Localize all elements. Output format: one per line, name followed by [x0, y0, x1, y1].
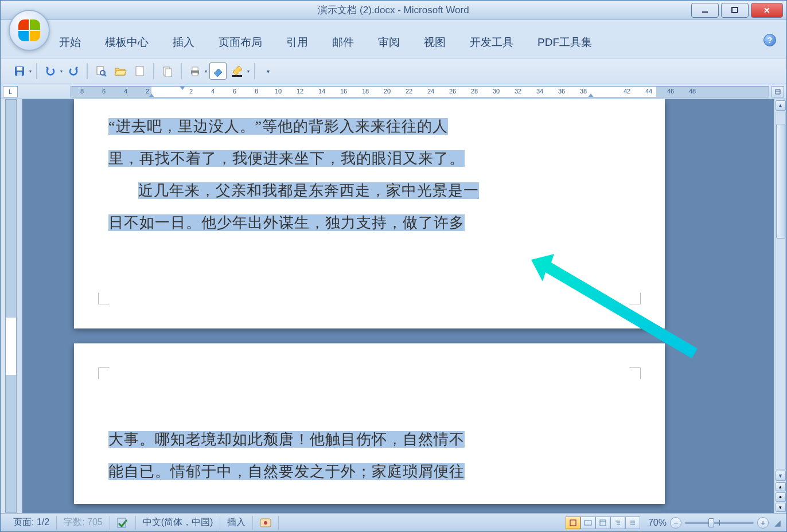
svg-rect-4	[17, 72, 22, 76]
page-icon	[135, 65, 145, 77]
tab-selector[interactable]: L	[3, 86, 18, 97]
office-button[interactable]	[9, 10, 50, 51]
svg-rect-0	[702, 11, 708, 13]
zoom-out-button[interactable]: −	[670, 517, 681, 529]
window-title: 演示文档 (2).docx - Microsoft Word	[318, 3, 469, 17]
selected-text[interactable]: 近几年来，父亲和我都是东奔西走，家中光景是一	[138, 182, 479, 199]
margin-corner-icon	[629, 367, 641, 379]
document-canvas[interactable]: “进去吧，里边没人。”等他的背影入来来往往的人 里，再找不着了，我便进来坐下，我…	[22, 99, 774, 513]
redo-button[interactable]	[65, 62, 82, 80]
tab-template[interactable]: 模板中心	[104, 33, 150, 52]
view-outline[interactable]	[610, 517, 625, 529]
ruler-toggle-button[interactable]	[772, 86, 784, 97]
zoom-level[interactable]: 70%	[648, 518, 667, 528]
close-button[interactable]: ✕	[751, 3, 783, 18]
tab-insert[interactable]: 插入	[172, 33, 196, 52]
print-preview-button[interactable]	[92, 62, 110, 80]
tab-developer[interactable]: 开发工具	[469, 33, 515, 52]
proofing-icon	[117, 518, 128, 528]
save-dropdown[interactable]: ▾	[29, 69, 32, 74]
scroll-thumb[interactable]	[776, 124, 785, 238]
print-dropdown[interactable]: ▾	[205, 69, 207, 74]
highlight-button[interactable]	[229, 62, 246, 80]
selected-text[interactable]: 日不如一日。他少年出外谋生，独力支持，做了许多	[108, 214, 465, 231]
selected-text[interactable]: 里，再找不着了，我便进来坐下，我的眼泪又来了。	[108, 150, 465, 167]
ruler-toggle-icon	[774, 88, 781, 95]
ribbon-tabs: 开始 模板中心 插入 页面布局 引用 邮件 审阅 视图 开发工具 PDF工具集	[58, 33, 593, 52]
quick-print-button[interactable]	[186, 62, 204, 80]
save-icon	[14, 65, 25, 77]
tab-mailings[interactable]: 邮件	[331, 33, 355, 52]
tab-review[interactable]: 审阅	[377, 33, 401, 52]
next-page-button[interactable]: ▾	[776, 503, 786, 512]
svg-line-7	[104, 75, 106, 76]
undo-dropdown[interactable]: ▾	[60, 69, 63, 74]
tab-references[interactable]: 引用	[285, 33, 309, 52]
new-doc-button[interactable]	[131, 62, 149, 80]
highlight-dropdown[interactable]: ▾	[247, 69, 250, 74]
page-1: “进去吧，里边没人。”等他的背影入来来往往的人 里，再找不着了，我便进来坐下，我…	[74, 99, 665, 328]
eraser-button[interactable]	[209, 62, 227, 80]
status-proofing[interactable]	[110, 516, 136, 530]
zoom-slider[interactable]	[685, 522, 754, 524]
margin-corner-icon	[98, 367, 110, 379]
redo-icon	[68, 65, 79, 77]
scroll-track[interactable]	[776, 112, 786, 470]
selected-text[interactable]: 能自已。情郁于中，自然要发之于外；家庭琐屑便往	[108, 463, 465, 480]
svg-point-14	[197, 71, 198, 72]
view-print-layout[interactable]	[566, 517, 580, 529]
horizontal-ruler[interactable]: 8642246810121416182022242628303234363842…	[71, 86, 769, 97]
prev-page-button[interactable]: ▴	[776, 482, 786, 491]
save-button[interactable]	[11, 62, 28, 80]
horizontal-ruler-bar: L 86422468101214161820222426283032343638…	[1, 84, 786, 99]
selected-text[interactable]: 大事。哪知老境却如此颓唐！他触目伤怀，自然情不	[108, 431, 465, 448]
selected-text[interactable]: “进去吧，里边没人。”等他的背影入来来往往的人	[108, 118, 448, 135]
minimize-button[interactable]	[691, 3, 719, 18]
tab-view[interactable]: 视图	[423, 33, 447, 52]
eraser-icon	[212, 65, 224, 77]
maximize-button[interactable]	[721, 3, 749, 18]
status-wordcount[interactable]: 字数: 705	[57, 516, 110, 530]
scroll-up-button[interactable]: ▲	[776, 100, 786, 111]
customize-qat[interactable]: ▾	[260, 62, 277, 80]
printer-icon	[189, 65, 201, 77]
zoom-slider-thumb[interactable]	[708, 518, 714, 527]
svg-rect-3	[17, 67, 22, 71]
margin-corner-icon	[629, 293, 641, 304]
scroll-down-button[interactable]: ▼	[776, 471, 786, 481]
magnifier-page-icon	[95, 65, 107, 77]
svg-rect-15	[232, 75, 242, 77]
view-web-layout[interactable]	[595, 517, 610, 529]
macro-record-icon	[260, 518, 271, 527]
svg-rect-10	[165, 69, 172, 77]
zoom-in-button[interactable]: +	[757, 517, 769, 529]
status-language[interactable]: 中文(简体，中国)	[136, 516, 221, 530]
vertical-scrollbar[interactable]: ▲ ▼ ▴ ● ▾	[774, 99, 786, 513]
open-button[interactable]	[112, 62, 129, 80]
status-page[interactable]: 页面: 1/2	[6, 516, 57, 530]
tab-home[interactable]: 开始	[58, 33, 82, 52]
help-button[interactable]: ?	[763, 34, 776, 46]
status-macro[interactable]	[253, 516, 279, 530]
browse-object-button[interactable]: ●	[776, 492, 786, 502]
svg-point-19	[264, 521, 267, 525]
copy-page-button[interactable]	[159, 62, 176, 80]
view-fullscreen[interactable]	[580, 517, 595, 529]
tab-pagelayout[interactable]: 页面布局	[217, 33, 263, 52]
page-copy-icon	[162, 65, 173, 77]
tab-pdftools[interactable]: PDF工具集	[536, 33, 593, 52]
vertical-ruler[interactable]	[1, 99, 22, 513]
folder-open-icon	[114, 65, 127, 77]
quick-access-toolbar: ▾ ▾ ▾ ▾	[1, 58, 786, 84]
svg-rect-1	[732, 7, 738, 13]
status-insertmode[interactable]: 插入	[220, 516, 253, 530]
title-bar: 演示文档 (2).docx - Microsoft Word ✕	[1, 1, 786, 20]
view-draft[interactable]	[625, 517, 640, 529]
svg-rect-12	[192, 67, 198, 71]
office-logo-icon	[18, 19, 40, 41]
page-2: 大事。哪知老境却如此颓唐！他触目伤怀，自然情不 能自已。情郁于中，自然要发之于外…	[74, 343, 665, 504]
status-bar: 页面: 1/2 字数: 705 中文(简体，中国) 插入 70% − + ◢	[1, 513, 786, 531]
view-buttons	[566, 517, 640, 529]
resize-grip[interactable]: ◢	[774, 518, 781, 527]
undo-button[interactable]	[42, 62, 59, 80]
